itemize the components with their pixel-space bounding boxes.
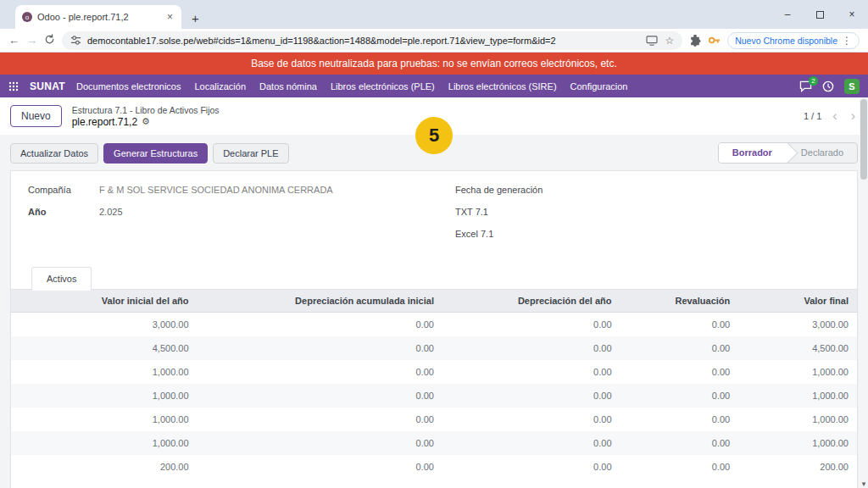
record-pager: 1 / 1 ‹ › xyxy=(804,109,858,123)
tab-close-icon[interactable]: × xyxy=(165,11,175,23)
cell: 1,000.00 xyxy=(11,408,198,431)
cell: 200.00 xyxy=(738,455,857,479)
table-row[interactable]: 3,000.000.000.000.003,000.00 xyxy=(11,313,857,337)
breadcrumb-title[interactable]: Estructura 7.1 - Libro de Activos Fijos xyxy=(72,105,220,115)
company-value[interactable]: F & M SOL SERVICE SOCIEDAD ANONIMA CERRA… xyxy=(99,185,333,195)
neutralized-banner-text: Base de datos neutralizada para pruebas:… xyxy=(251,58,617,69)
cell: 0.00 xyxy=(442,431,620,455)
bookmark-star-icon[interactable]: ☆ xyxy=(665,35,674,47)
new-tab-button[interactable]: + xyxy=(181,11,209,29)
generation-date-label: Fecha de generación xyxy=(455,185,565,195)
pager-previous-icon[interactable]: ‹ xyxy=(830,109,839,123)
cell: 3,000.00 xyxy=(738,313,857,337)
page-scrollbar[interactable]: ▾ xyxy=(860,97,868,488)
table-row[interactable]: 1,000.000.000.000.001,000.00 xyxy=(11,408,857,431)
tab-title: Odoo - ple.report.71,2 xyxy=(37,12,160,22)
cell: 1,000.00 xyxy=(738,408,857,431)
excel-label: Excel 7.1 xyxy=(455,229,565,239)
column-header-depreciacion-acumulada-inicial: Depreciación acumulada inicial xyxy=(198,290,442,313)
status-borrador[interactable]: Borrador xyxy=(719,143,787,163)
declarar-ple-button[interactable]: Declarar PLE xyxy=(213,143,288,164)
messages-badge: 2 xyxy=(809,76,818,86)
year-field: Año 2.025 xyxy=(28,207,413,217)
excel-field: Excel 7.1 xyxy=(455,229,840,239)
user-avatar[interactable]: S xyxy=(844,79,860,94)
cell: 0.00 xyxy=(198,455,442,479)
nav-menu-localizacion[interactable]: Localización xyxy=(194,81,246,92)
url-bar[interactable]: democontable17.solse.pe/web#cids=1&menu_… xyxy=(62,31,682,50)
scroll-down-icon[interactable]: ▾ xyxy=(862,480,866,488)
status-bar: BorradorDeclarado xyxy=(718,142,858,164)
table-row[interactable]: 1,000.000.000.000.001,000.00 xyxy=(11,360,857,384)
cell: 0.00 xyxy=(442,455,620,479)
cell: 0.00 xyxy=(198,360,442,384)
browser-menu-icon[interactable]: ⋮ xyxy=(842,35,852,47)
cell: 4,500.00 xyxy=(11,336,198,360)
column-header-depreciacion-del-ano: Depreciación del año xyxy=(442,290,620,313)
cell: 0.00 xyxy=(620,384,739,408)
browser-tab[interactable]: o Odoo - ple.report.71,2 × xyxy=(15,5,181,29)
cell: 0.00 xyxy=(198,313,442,337)
assets-table: Valor inicial del añoDepreciación acumul… xyxy=(11,290,857,479)
odoo-favicon-icon: o xyxy=(22,12,32,22)
nav-menu-libros-electronicos-sire[interactable]: Libros electrónicos (SIRE) xyxy=(448,81,557,92)
cell: 0.00 xyxy=(198,408,442,431)
chrome-update-button[interactable]: Nuevo Chrome disponible ⋮ xyxy=(727,32,860,49)
scrollbar-thumb[interactable] xyxy=(860,99,867,180)
table-row[interactable]: 200.000.000.000.00200.00 xyxy=(11,455,857,479)
breadcrumb: Estructura 7.1 - Libro de Activos Fijos … xyxy=(72,105,220,128)
messages-button[interactable]: 2 xyxy=(799,80,812,92)
tab-activos[interactable]: Activos xyxy=(31,267,92,291)
form-fields: Compañía F & M SOL SERVICE SOCIEDAD ANON… xyxy=(11,185,857,251)
activities-clock-icon[interactable] xyxy=(822,80,834,92)
cell: 0.00 xyxy=(620,408,739,431)
year-value[interactable]: 2.025 xyxy=(99,207,123,217)
cell: 0.00 xyxy=(442,408,620,431)
send-to-device-icon[interactable] xyxy=(646,36,658,46)
odoo-navbar: SUNAT Documentos electronicosLocalizació… xyxy=(0,75,868,97)
refresh-icon xyxy=(44,34,55,45)
nav-menu-configuracion[interactable]: Configuracion xyxy=(570,81,628,92)
nav-menu-datos-nomina[interactable]: Datos nómina xyxy=(259,81,317,92)
breadcrumb-record: ple.report.71,2 xyxy=(72,116,137,128)
url-text[interactable]: democontable17.solse.pe/web#cids=1&menu_… xyxy=(87,36,640,46)
form-left-column: Compañía F & M SOL SERVICE SOCIEDAD ANON… xyxy=(28,185,413,251)
cell: 1,000.00 xyxy=(11,384,198,408)
back-button[interactable]: ← xyxy=(8,35,19,46)
generar-estructuras-button[interactable]: Generar Estructuras xyxy=(103,143,208,164)
nav-menu-libros-electronicos-ple[interactable]: Libros electrónicos (PLE) xyxy=(331,81,435,92)
nav-menu-documentos-electronicos[interactable]: Documentos electronicos xyxy=(76,81,181,92)
maximize-icon xyxy=(816,11,824,19)
password-key-icon[interactable] xyxy=(708,34,721,47)
refresh-button[interactable] xyxy=(44,34,55,47)
forward-button[interactable]: → xyxy=(26,35,37,46)
neutralized-banner: Base de datos neutralizada para pruebas:… xyxy=(0,53,868,75)
maximize-button[interactable] xyxy=(804,0,836,29)
close-window-button[interactable]: × xyxy=(836,0,868,29)
apps-menu-icon[interactable] xyxy=(8,81,19,92)
cell: 200.00 xyxy=(11,455,198,479)
column-header-revaluacion: Revaluación xyxy=(620,290,739,313)
extensions-icon[interactable] xyxy=(689,35,701,47)
browser-titlebar: o Odoo - ple.report.71,2 × + – × xyxy=(0,0,868,29)
cell: 1,000.00 xyxy=(11,431,198,455)
cell: 1,000.00 xyxy=(11,360,198,384)
minimize-button[interactable]: – xyxy=(771,0,804,29)
year-label: Año xyxy=(28,207,87,217)
new-button[interactable]: Nuevo xyxy=(10,105,62,127)
actualizar-datos-button[interactable]: Actualizar Datos xyxy=(10,143,98,164)
pager-next-icon[interactable]: › xyxy=(849,109,858,123)
generation-date-field: Fecha de generación xyxy=(455,185,840,195)
navbar-right: 2 S xyxy=(799,79,860,94)
cell: 0.00 xyxy=(620,431,739,455)
chrome-update-label: Nuevo Chrome disponible xyxy=(735,36,837,46)
app-name[interactable]: SUNAT xyxy=(30,80,65,92)
site-settings-icon[interactable] xyxy=(70,35,81,46)
cell: 0.00 xyxy=(442,313,620,337)
settings-gear-icon[interactable]: ⚙ xyxy=(142,116,150,127)
table-row[interactable]: 1,000.000.000.000.001,000.00 xyxy=(11,431,857,455)
cell: 0.00 xyxy=(442,384,620,408)
table-row[interactable]: 1,000.000.000.000.001,000.00 xyxy=(11,384,857,408)
table-row[interactable]: 4,500.000.000.000.004,500.00 xyxy=(11,336,857,360)
cell: 1,000.00 xyxy=(738,431,857,455)
